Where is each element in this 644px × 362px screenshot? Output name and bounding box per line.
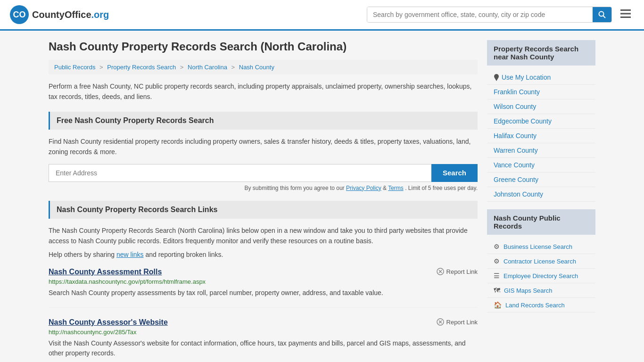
list-icon: ☰ (494, 272, 500, 280)
site-header: CO CountyOffice.org (0, 0, 644, 31)
record-url-assessor-website[interactable]: http://nashcountync.gov/285/Tax (49, 329, 478, 336)
nearby-section: Property Records Search near Nash County… (487, 40, 595, 202)
public-records-section: Nash County Public Records ⚙ Business Li… (487, 209, 595, 313)
record-item-assessment-rolls: Nash County Assessment Rolls Report Link… (49, 268, 478, 308)
svg-marker-14 (495, 78, 498, 81)
record-desc-assessor-website: Visit the Nash County Assessor's website… (49, 338, 478, 358)
free-search-section: Free Nash County Property Records Search… (49, 112, 478, 191)
breadcrumb-property-records-search[interactable]: Property Records Search (107, 64, 176, 71)
svg-rect-5 (620, 13, 631, 15)
svg-rect-4 (620, 9, 631, 11)
address-form: Search (49, 164, 478, 182)
free-search-description: Find Nash County residential property re… (49, 136, 478, 157)
record-title-link-assessor-website[interactable]: Nash County Assessor's Website (49, 318, 168, 327)
map-icon: 🗺 (494, 287, 500, 294)
record-desc-assessment-rolls: Search Nash County property assessments … (49, 288, 478, 298)
sidebar-item-business-license[interactable]: ⚙ Business License Search (487, 239, 595, 254)
header-right (367, 7, 635, 23)
sidebar-item-edgecombe[interactable]: Edgecombe County (487, 114, 595, 129)
terms-link[interactable]: Terms (388, 185, 404, 191)
logo[interactable]: CO CountyOffice.org (9, 5, 109, 25)
record-title-link-assessment-rolls[interactable]: Nash County Assessment Rolls (49, 268, 162, 276)
links-description: The Nash County Property Records Search … (49, 225, 478, 247)
record-title-area: Nash County Assessment Rolls Report Link (49, 268, 478, 276)
content-area: Nash County Property Records Search (Nor… (49, 40, 478, 362)
breadcrumb-sep-2: > (180, 64, 184, 71)
logo-icon: CO (9, 5, 29, 25)
links-section: Nash County Property Records Search Link… (49, 201, 478, 362)
home-icon: 🏠 (494, 301, 502, 309)
sidebar-item-johnston[interactable]: Johnston County (487, 187, 595, 202)
sidebar-item-franklin[interactable]: Franklin County (487, 85, 595, 99)
breadcrumb-sep-3: > (231, 64, 235, 71)
public-records-section-header: Nash County Public Records (487, 209, 595, 235)
form-disclaimer: By submitting this form you agree to our… (49, 185, 478, 191)
record-url-assessment-rolls[interactable]: https://taxdata.nashcountync.gov/pt/form… (49, 278, 478, 285)
gear-icon-1: ⚙ (494, 243, 500, 250)
address-input[interactable] (49, 164, 431, 182)
main-container: Nash County Property Records Search (Nor… (39, 31, 605, 362)
address-search-area: Search By submitting this form you agree… (49, 164, 478, 191)
use-location-link[interactable]: Use My Location (502, 74, 551, 81)
address-search-button[interactable]: Search (431, 164, 478, 182)
svg-text:CO: CO (13, 10, 26, 19)
svg-line-3 (603, 16, 606, 18)
search-icon (598, 11, 606, 18)
sidebar-item-halifax[interactable]: Halifax County (487, 129, 595, 143)
hamburger-menu-button[interactable] (617, 7, 635, 23)
breadcrumb-public-records[interactable]: Public Records (54, 64, 95, 71)
breadcrumb-nash-county[interactable]: Nash County (239, 64, 274, 71)
breadcrumb: Public Records > Property Records Search… (49, 60, 478, 74)
sidebar-item-greene[interactable]: Greene County (487, 173, 595, 187)
record-item-assessor-website: Nash County Assessor's Website Report Li… (49, 318, 478, 362)
report-link-button-1[interactable]: Report Link (437, 268, 478, 275)
sidebar-item-gis-maps[interactable]: 🗺 GIS Maps Search (487, 283, 595, 298)
svg-rect-6 (620, 16, 631, 18)
header-search-container (367, 7, 612, 23)
sidebar-item-contractor-license[interactable]: ⚙ Contractor License Search (487, 254, 595, 269)
header-search-button[interactable] (593, 7, 611, 22)
logo-text: CountyOffice.org (32, 9, 109, 20)
use-location-item[interactable]: Use My Location (487, 70, 595, 85)
page-description: Perform a free Nash County, NC public pr… (49, 81, 478, 102)
hamburger-icon (620, 9, 631, 18)
gear-icon-2: ⚙ (494, 257, 500, 265)
location-pin-icon (494, 74, 499, 81)
record-title-area-2: Nash County Assessor's Website Report Li… (49, 318, 478, 327)
sidebar-item-employee-directory[interactable]: ☰ Employee Directory Search (487, 269, 595, 283)
page-title: Nash County Property Records Search (Nor… (49, 40, 478, 53)
report-link-button-2[interactable]: Report Link (437, 318, 478, 326)
free-search-header: Free Nash County Property Records Search (49, 112, 478, 130)
report-icon-2 (437, 318, 444, 326)
share-links-text: Help others by sharing new links and rep… (49, 251, 478, 258)
sidebar-item-land-records[interactable]: 🏠 Land Records Search (487, 298, 595, 313)
new-links-link[interactable]: new links (116, 251, 144, 258)
sidebar-item-warren[interactable]: Warren County (487, 143, 595, 158)
svg-point-2 (599, 12, 604, 16)
privacy-policy-link[interactable]: Privacy Policy (346, 185, 381, 191)
breadcrumb-north-carolina[interactable]: North Carolina (188, 64, 227, 71)
links-section-header: Nash County Property Records Search Link… (49, 201, 478, 219)
sidebar-item-vance[interactable]: Vance County (487, 158, 595, 173)
breadcrumb-sep-1: > (99, 64, 103, 71)
sidebar-item-wilson[interactable]: Wilson County (487, 99, 595, 114)
report-icon-1 (437, 268, 444, 275)
sidebar: Property Records Search near Nash County… (487, 40, 595, 362)
header-search-input[interactable] (367, 7, 593, 22)
nearby-section-header: Property Records Search near Nash County (487, 40, 595, 66)
